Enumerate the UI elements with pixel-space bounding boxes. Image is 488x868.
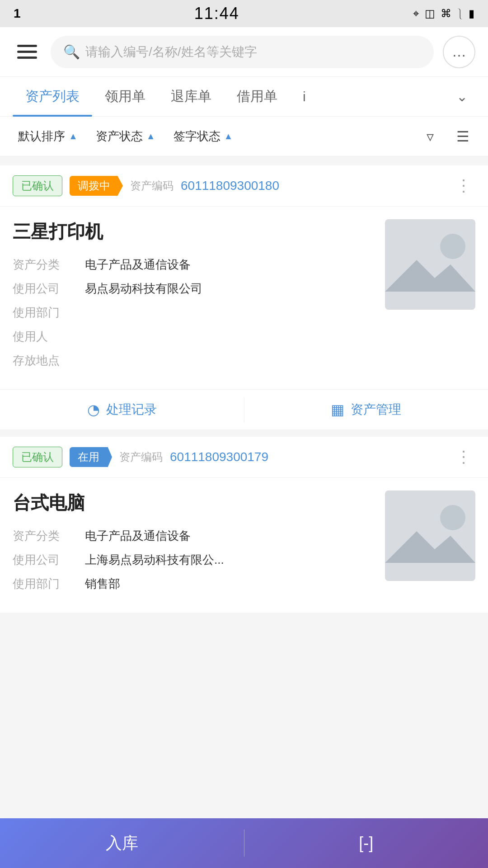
status-icons: ⌖ ◫ ⌘ ⎱ ▮ [413, 7, 474, 20]
header: 🔍 请输入编号/名称/姓名等关键字 … [0, 27, 488, 77]
tab-bar: 资产列表 领用单 退库单 借用单 i ⌄ [0, 77, 488, 117]
card-2-body: 台式电脑 资产分类 电子产品及通信设备 使用公司 上海易点易动科技有限公... … [0, 478, 488, 613]
svg-point-2 [440, 234, 465, 259]
card-1-field-3: 使用人 [13, 329, 376, 344]
hamburger-line-2 [17, 51, 37, 53]
card-1-value-1: 易点易动科技有限公司 [85, 281, 376, 297]
checkin-button[interactable]: 入库 [0, 818, 244, 868]
tab-asset-list[interactable]: 资产列表 [13, 77, 92, 117]
card-1-manage-button[interactable]: ▦ 资产管理 [244, 390, 488, 429]
history-icon: ◔ [87, 401, 100, 418]
status-bar: 1 11:44 ⌖ ◫ ⌘ ⎱ ▮ [0, 0, 488, 27]
card-1-manage-label: 资产管理 [351, 401, 401, 418]
card-2-more-button[interactable]: ⋮ [452, 448, 475, 467]
card-2-info: 台式电脑 资产分类 电子产品及通信设备 使用公司 上海易点易动科技有限公... … [13, 491, 376, 600]
status-time: 11:44 [194, 4, 239, 23]
menu-button[interactable] [13, 40, 42, 63]
search-icon: 🔍 [63, 44, 80, 60]
card-2-label-2: 使用部门 [13, 576, 85, 592]
tab-return[interactable]: 退库单 [158, 77, 224, 117]
card-1-label-2: 使用部门 [13, 305, 85, 321]
manage-icon: ▦ [331, 401, 344, 418]
card-2-field-0: 资产分类 电子产品及通信设备 [13, 528, 376, 544]
phone-icon: ◫ [425, 7, 435, 20]
tab-requisition[interactable]: 领用单 [92, 77, 158, 117]
card-1-asset-name: 三星打印机 [13, 219, 376, 244]
card-1-more-button[interactable]: ⋮ [452, 176, 475, 195]
card-1-value-0: 电子产品及通信设备 [85, 257, 376, 273]
tab-borrow[interactable]: 借用单 [224, 77, 290, 117]
card-2-label-1: 使用公司 [13, 552, 85, 568]
card-1-info: 三星打印机 资产分类 电子产品及通信设备 使用公司 易点易动科技有限公司 使用部… [13, 219, 376, 377]
card-2-code-label: 资产编码 [119, 450, 163, 464]
card-2-code-value: 60111809300179 [170, 450, 445, 464]
svg-rect-3 [385, 491, 475, 581]
search-input[interactable]: 请输入编号/名称/姓名等关键字 [85, 43, 257, 61]
sign-status-filter-button[interactable]: 签字状态 ▲ [168, 125, 239, 148]
filter-bar: 默认排序 ▲ 资产状态 ▲ 签字状态 ▲ ▿ ☰ [0, 117, 488, 156]
sort-arrow-icon: ▲ [69, 131, 78, 142]
sort-filter-button[interactable]: 默认排序 ▲ [13, 125, 83, 148]
card-2-label-0: 资产分类 [13, 528, 85, 544]
card-1-image [385, 219, 475, 310]
card-1-action-badge: 调拨中 [70, 176, 123, 196]
bottom-action-bar: 入库 [-] [0, 818, 488, 868]
filter-icon: ▿ [427, 128, 434, 145]
card-1-footer: ◔ 处理记录 ▦ 资产管理 [0, 389, 488, 429]
message-button[interactable]: … [443, 36, 475, 68]
svg-point-5 [440, 505, 465, 530]
svg-rect-0 [385, 219, 475, 310]
card-2-header: 已确认 在用 资产编码 60111809300179 ⋮ [0, 437, 488, 478]
card-2-image [385, 491, 475, 581]
chevron-down-icon: ⌄ [456, 89, 468, 104]
advanced-filter-button[interactable]: ▿ [418, 124, 443, 149]
message-icon: … [452, 43, 466, 60]
tab-dropdown-button[interactable]: ⌄ [448, 83, 475, 110]
wifi-icon: ⌘ [441, 7, 451, 20]
signal-icon: ⎱ [457, 7, 463, 20]
sign-status-arrow-icon: ▲ [224, 131, 233, 142]
card-1-label-0: 资产分类 [13, 257, 85, 273]
asset-status-filter-button[interactable]: 资产状态 ▲ [90, 125, 161, 148]
card-1-code-value: 60111809300180 [181, 179, 445, 193]
card-1-body: 三星打印机 资产分类 电子产品及通信设备 使用公司 易点易动科技有限公司 使用部… [0, 207, 488, 389]
card-2-status-badge: 已确认 [13, 447, 62, 467]
status-indicator: 1 [14, 6, 21, 21]
card-1-label-3: 使用人 [13, 329, 85, 344]
card-2-value-1: 上海易点易动科技有限公... [85, 552, 376, 568]
asset-status-arrow-icon: ▲ [146, 131, 155, 142]
card-1-field-0: 资产分类 电子产品及通信设备 [13, 257, 376, 273]
card-1-field-4: 存放地点 [13, 353, 376, 368]
asset-card-2: 已确认 在用 资产编码 60111809300179 ⋮ 台式电脑 资产分类 电… [0, 437, 488, 613]
hamburger-line-1 [17, 45, 37, 47]
card-2-asset-name: 台式电脑 [13, 491, 376, 515]
asset-card-1: 已确认 调拨中 资产编码 60111809300180 ⋮ 三星打印机 资产分类… [0, 165, 488, 429]
card-1-status-badge: 已确认 [13, 175, 62, 196]
search-bar[interactable]: 🔍 请输入编号/名称/姓名等关键字 [51, 36, 434, 68]
card-2-field-1: 使用公司 上海易点易动科技有限公... [13, 552, 376, 568]
secondary-button[interactable]: [-] [244, 818, 488, 868]
bluetooth-icon: ⌖ [413, 7, 419, 20]
card-1-history-label: 处理记录 [106, 401, 157, 418]
card-1-history-button[interactable]: ◔ 处理记录 [0, 390, 244, 429]
card-2-value-2: 销售部 [85, 576, 376, 592]
hamburger-line-3 [17, 57, 37, 59]
card-1-label-1: 使用公司 [13, 281, 85, 297]
list-view-button[interactable]: ☰ [450, 124, 475, 149]
list-icon: ☰ [456, 128, 469, 145]
card-1-field-1: 使用公司 易点易动科技有限公司 [13, 281, 376, 297]
card-1-label-4: 存放地点 [13, 353, 85, 368]
card-2-action-badge: 在用 [70, 447, 112, 467]
card-1-field-2: 使用部门 [13, 305, 376, 321]
battery-icon: ▮ [469, 7, 474, 20]
tab-more-label[interactable]: i [290, 77, 319, 117]
asset-list: 已确认 调拨中 资产编码 60111809300180 ⋮ 三星打印机 资产分类… [0, 156, 488, 622]
card-1-header: 已确认 调拨中 资产编码 60111809300180 ⋮ [0, 165, 488, 207]
card-1-code-label: 资产编码 [130, 179, 174, 193]
card-2-value-0: 电子产品及通信设备 [85, 528, 376, 544]
card-2-field-2: 使用部门 销售部 [13, 576, 376, 592]
